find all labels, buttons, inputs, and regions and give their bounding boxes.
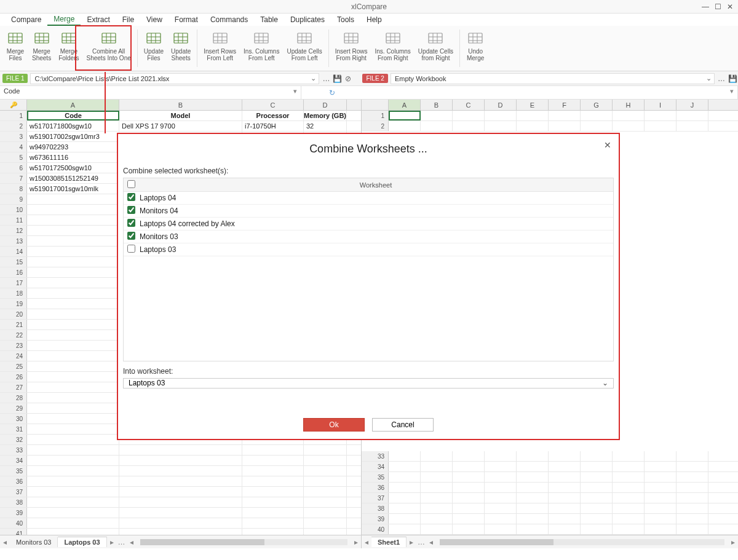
row-header[interactable]: 25 [0,361,27,371]
cell[interactable] [27,508,119,518]
row-header[interactable]: 11 [0,215,27,225]
row-header[interactable]: 34 [362,462,389,471]
cell[interactable] [27,278,119,288]
cell[interactable] [27,288,119,298]
cell[interactable] [304,508,347,518]
col-header-I[interactable]: I [645,100,676,110]
cell[interactable] [421,462,453,471]
sync-icon[interactable]: ↻ [301,86,363,99]
ribbon-update-sheets[interactable]: Update Sheets [167,27,194,69]
ribbon-update-cells-left[interactable]: Update Cells From Left [283,27,325,69]
ribbon-insert-rows-left[interactable]: Insert Rows From Left [200,27,240,69]
table-row[interactable]: 40 [0,518,361,529]
col-header-D[interactable]: D [485,100,517,110]
worksheet-checkbox[interactable] [127,232,135,240]
ribbon-ins-cols-right[interactable]: Ins. Columns From Right [371,27,415,69]
into-worksheet-combo[interactable]: Laptops 03 ⌄ [123,378,614,388]
ellipsis-icon[interactable]: … [320,74,331,83]
sheet-tab[interactable]: Monitors 03 [10,537,58,547]
cell[interactable] [581,493,613,503]
cell[interactable] [613,472,645,482]
row-header[interactable]: 7 [0,173,27,183]
cell[interactable] [119,476,242,486]
cell[interactable]: Memory (GB) [304,111,347,120]
row-header[interactable]: 4 [0,142,27,152]
cell[interactable] [581,483,613,492]
cell[interactable] [27,205,119,215]
col-header-B[interactable]: B [119,100,242,110]
row-header[interactable]: 28 [0,393,27,403]
cell[interactable] [549,472,581,482]
cell[interactable] [645,524,676,534]
cell[interactable] [27,299,119,309]
row-header[interactable]: 20 [0,309,27,319]
row-header[interactable]: 33 [0,445,27,455]
cell[interactable] [485,472,517,482]
menu-help[interactable]: Help [360,14,388,25]
table-row[interactable]: 35 [0,466,361,476]
cell[interactable] [645,514,676,524]
cell[interactable] [517,472,549,482]
tab-nav-more[interactable]: … [117,538,127,546]
select-all-checkbox[interactable] [127,180,135,188]
cell[interactable] [119,445,242,455]
chevron-down-icon[interactable]: ▾ [293,87,297,95]
cell[interactable] [549,524,581,534]
list-item[interactable]: Monitors 04 [124,205,613,218]
cell[interactable] [304,455,347,465]
row-header[interactable]: 8 [0,184,27,194]
list-item[interactable]: Laptops 03 [124,243,613,256]
cell[interactable] [421,493,453,503]
cell[interactable] [645,451,676,461]
row-header[interactable]: 6 [0,163,27,173]
cell[interactable] [27,194,119,204]
cell[interactable] [27,518,119,528]
minimize-icon[interactable]: — [700,2,711,11]
cell[interactable] [549,111,581,120]
ribbon-combine-all[interactable]: Combine All Sheets Into One [83,27,135,69]
cell[interactable]: w15003085151252149 [27,173,119,183]
cell[interactable]: Model [119,111,242,120]
row-header[interactable]: 9 [0,194,27,204]
cell[interactable] [27,497,119,507]
cell[interactable] [613,493,645,503]
ribbon-update-cells-right[interactable]: Update Cells from Right [415,27,457,69]
col-header-E[interactable]: E [517,100,549,110]
col-header-G[interactable]: G [581,100,613,110]
ribbon-update-files[interactable]: Update Files [140,27,167,69]
chevron-down-icon[interactable]: ⌄ [311,74,316,82]
cell[interactable] [517,493,549,503]
col-header-B[interactable]: B [421,100,453,110]
menu-file[interactable]: File [116,14,140,25]
cell[interactable] [485,451,517,461]
cell[interactable] [389,524,421,534]
table-row[interactable]: 39 [362,514,738,524]
cell[interactable] [676,111,708,120]
cell[interactable] [676,503,708,513]
cell[interactable] [485,524,517,534]
cell[interactable] [242,476,304,486]
row-header[interactable]: 24 [0,351,27,361]
ok-button[interactable]: Ok [303,418,365,432]
chevron-down-icon[interactable]: ⌄ [602,379,608,387]
table-row[interactable]: 38 [0,497,361,508]
ribbon-insert-rows-right[interactable]: Insert Rows From Right [331,27,371,69]
cell[interactable] [27,267,119,277]
cell[interactable] [549,514,581,524]
cell[interactable] [27,393,119,403]
cell[interactable] [549,121,581,131]
ribbon-merge-sheets[interactable]: Merge Sheets [28,27,55,69]
cell[interactable] [242,455,304,465]
cell[interactable] [581,451,613,461]
cell[interactable] [421,111,453,120]
cell[interactable] [549,483,581,492]
cell[interactable] [613,524,645,534]
cell[interactable]: Dell XPS 17 9700 [119,121,242,131]
row-header[interactable]: 1 [362,111,389,120]
formula-left[interactable]: Code ▾ [0,86,301,99]
cell[interactable]: w949702293 [27,142,119,152]
cell[interactable] [389,121,421,131]
menu-commands[interactable]: Commands [204,14,254,25]
cell[interactable] [389,472,421,482]
row-header[interactable]: 2 [0,121,27,131]
